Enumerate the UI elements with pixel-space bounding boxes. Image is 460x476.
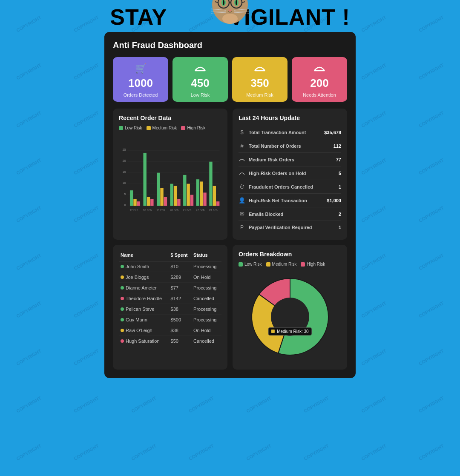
needs-attention-number: 200 bbox=[310, 77, 328, 90]
cell-spent: $50 bbox=[169, 336, 192, 347]
svg-text:17 Feb: 17 Feb bbox=[129, 209, 138, 212]
svg-rect-63 bbox=[200, 181, 203, 206]
chart-title: Recent Order Data bbox=[119, 115, 221, 121]
cell-status: Cancelled bbox=[192, 293, 221, 304]
legend-dot-medium bbox=[147, 126, 151, 130]
dashboard: Anti Fraud Dashboard 🛒 1000 Orders Detec… bbox=[104, 32, 356, 378]
svg-rect-43 bbox=[133, 199, 136, 206]
stat-card-needs-attention: 200 Needs Attention bbox=[292, 57, 347, 102]
stats-row-emails: ✉ Emails Blocked 2 bbox=[239, 207, 341, 221]
status-dot bbox=[121, 339, 124, 343]
dollar-icon: $ bbox=[239, 129, 245, 135]
cell-status: Processing bbox=[192, 315, 221, 325]
cat-mascot bbox=[202, 0, 258, 30]
cell-status: On Hold bbox=[192, 325, 221, 336]
cancelled-label: Fraudulent Orders Cancelled bbox=[249, 184, 313, 189]
legend-dot-high bbox=[181, 126, 185, 130]
low-risk-icon bbox=[194, 63, 206, 74]
cell-name: Dianne Ameter bbox=[119, 283, 169, 293]
stats-row-left: High-Risk Orders on Hold bbox=[239, 170, 306, 176]
cell-status: Processing bbox=[192, 261, 221, 272]
svg-rect-68 bbox=[216, 201, 219, 206]
last24-title: Last 24 Hours Update bbox=[239, 115, 341, 121]
table-row: Dianne Ameter $77 Processing bbox=[119, 283, 221, 293]
tooltip-dot bbox=[271, 330, 274, 333]
cart-icon: 🛒 bbox=[135, 63, 147, 74]
svg-text:18 Feb: 18 Feb bbox=[143, 209, 152, 212]
legend-label-high: High Risk bbox=[187, 126, 205, 130]
pie-legend: Low Risk Medium Risk High Risk bbox=[239, 262, 341, 267]
pie-label-medium: Medium Risk bbox=[272, 262, 297, 267]
svg-text:21 Feb: 21 Feb bbox=[183, 209, 192, 212]
stats-row-high-hold: High-Risk Orders on Hold 5 bbox=[239, 166, 341, 180]
tooltip-text: Medium Risk: 30 bbox=[277, 329, 308, 334]
pie-dot-high bbox=[301, 262, 305, 267]
svg-rect-48 bbox=[150, 199, 153, 206]
paypal-label: Paypal Verification Required bbox=[249, 225, 312, 230]
svg-rect-64 bbox=[203, 192, 206, 206]
svg-rect-44 bbox=[137, 201, 140, 206]
medium-risk-number: 350 bbox=[250, 77, 269, 90]
legend-high-risk: High Risk bbox=[181, 126, 205, 130]
stats-row-left: P Paypal Verification Required bbox=[239, 224, 312, 230]
status-dot bbox=[121, 329, 124, 332]
col-status: Status bbox=[192, 251, 221, 261]
medium-risk-icon bbox=[254, 63, 266, 74]
svg-point-17 bbox=[223, 0, 224, 5]
stats-row-net-trans: 👤 High-Risk Net Transaction $1,000 bbox=[239, 194, 341, 207]
orders-label: Orders Detected bbox=[124, 92, 158, 97]
table-row: Joe Bloggs $289 On Hold bbox=[119, 272, 221, 283]
orders-label2: Total Number of Orders bbox=[249, 143, 301, 149]
col-spent: $ Spent bbox=[169, 251, 192, 261]
cell-name: John Smith bbox=[119, 261, 169, 272]
stats-row-paypal: P Paypal Verification Required 1 bbox=[239, 221, 341, 234]
legend-medium-risk: Medium Risk bbox=[147, 126, 177, 130]
title-stay: STAY bbox=[110, 4, 167, 30]
svg-text:23 Feb: 23 Feb bbox=[209, 209, 218, 212]
high-hold-label: High-Risk Orders on Hold bbox=[249, 171, 306, 176]
stats-row-left: # Total Number of Orders bbox=[239, 143, 301, 149]
svg-rect-51 bbox=[160, 188, 163, 206]
cell-spent: $38 bbox=[169, 304, 192, 315]
cell-name: Ravi O'Leigh bbox=[119, 325, 169, 336]
status-dot bbox=[121, 297, 124, 300]
clock-icon: ⏱ bbox=[239, 184, 245, 190]
svg-text:19 Feb: 19 Feb bbox=[156, 209, 165, 212]
svg-rect-58 bbox=[183, 175, 186, 206]
stats-row-left: $ Total Transaction Amount bbox=[239, 129, 306, 135]
stats-row-left: 👤 High-Risk Net Transaction bbox=[239, 197, 307, 204]
svg-point-26 bbox=[222, 14, 238, 24]
medium-risk-label: Medium Risk bbox=[246, 92, 273, 97]
net-trans-label: High-Risk Net Transaction bbox=[249, 198, 307, 203]
hash-icon: # bbox=[239, 143, 245, 149]
stats-row-transaction: $ Total Transaction Amount $35,678 bbox=[239, 126, 341, 139]
table-row: John Smith $10 Processing bbox=[119, 261, 221, 272]
status-dot bbox=[121, 318, 124, 321]
cancelled-value: 1 bbox=[339, 184, 341, 189]
svg-text:15: 15 bbox=[122, 170, 126, 174]
status-dot bbox=[121, 275, 124, 279]
paypal-icon: P bbox=[239, 224, 245, 230]
bar-chart-container: 0 5 10 15 20 25 bbox=[119, 134, 221, 219]
emails-label: Emails Blocked bbox=[249, 212, 283, 217]
svg-rect-66 bbox=[209, 162, 212, 206]
needs-attention-icon bbox=[313, 63, 325, 74]
orders-value: 112 bbox=[334, 143, 341, 149]
emails-value: 2 bbox=[339, 212, 341, 217]
stat-cards-grid: 🛒 1000 Orders Detected 450 Low Risk 350 … bbox=[113, 57, 347, 102]
table-row: Theodore Handle $142 Cancelled bbox=[119, 293, 221, 304]
table-row: Ravi O'Leigh $38 On Hold bbox=[119, 325, 221, 336]
low-risk-label: Low Risk bbox=[191, 92, 210, 97]
pie-dot-medium bbox=[266, 262, 270, 267]
stats-row-left: ⏱ Fraudulent Orders Cancelled bbox=[239, 184, 313, 190]
svg-text:20 Feb: 20 Feb bbox=[170, 209, 179, 212]
dashboard-title: Anti Fraud Dashboard bbox=[113, 40, 347, 50]
cell-spent: $289 bbox=[169, 272, 192, 283]
pie-title: Orders Breakdown bbox=[239, 251, 341, 258]
svg-rect-46 bbox=[143, 153, 146, 206]
bottom-two-col: Name $ Spent Status John Smith $10 Proce… bbox=[113, 245, 347, 370]
email-icon: ✉ bbox=[239, 211, 245, 217]
pie-legend-high: High Risk bbox=[301, 262, 325, 267]
middle-two-col: Recent Order Data Low Risk Medium Risk H… bbox=[113, 109, 347, 240]
cell-name: Hugh Saturation bbox=[119, 336, 169, 347]
